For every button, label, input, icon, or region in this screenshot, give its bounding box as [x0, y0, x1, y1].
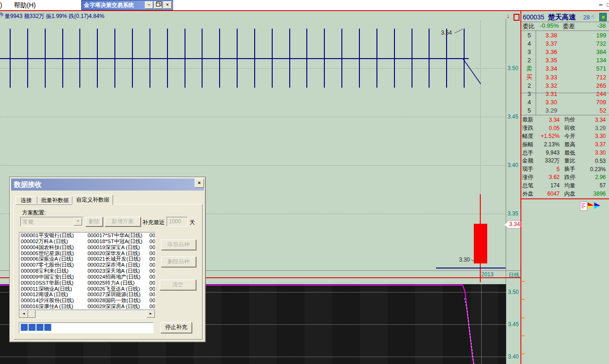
- red-rectangle-icon[interactable]: [513, 14, 519, 21]
- level-label: 5: [521, 32, 537, 39]
- stock-name: *ST中冠A(日线): [105, 239, 149, 245]
- hand-pointer-icon[interactable]: ☝: [591, 13, 595, 20]
- stock-listbox[interactable]: 000001平安银行(日线)000017*ST中华A(日线)000000002万…: [19, 232, 155, 310]
- level-price: 3.31: [537, 90, 566, 97]
- sub-yaxis-label: 3.50: [508, 289, 521, 295]
- restore-button[interactable]: [154, 1, 162, 9]
- stock-code-partial: 000: [149, 274, 155, 280]
- sub-yaxis-label: 3.45: [508, 321, 521, 328]
- progress-segment: [44, 324, 51, 331]
- floating-window-titlebar[interactable]: 金字塔决策交易系统 – ×: [81, 0, 173, 10]
- stock-code: 000011: [19, 286, 38, 292]
- clear-button[interactable]: 清空: [160, 280, 196, 290]
- close-button[interactable]: ×: [163, 1, 172, 9]
- tab-custom-fill[interactable]: 自定义补数据: [72, 195, 113, 205]
- detail-value: 5: [537, 166, 560, 173]
- menu-item-partial[interactable]: ): [0, 1, 5, 9]
- stock-code: 000010: [19, 280, 38, 286]
- remove-symbol-button[interactable]: 删除品种: [161, 257, 196, 267]
- stock-code[interactable]: 600035: [523, 13, 544, 21]
- stock-name: 深振业A (日线): [38, 256, 87, 262]
- window-title: 金字塔决策交易系统: [82, 1, 145, 9]
- level-price: 3.29: [537, 107, 566, 114]
- scroll-left-button[interactable]: ◄: [19, 310, 28, 318]
- blue-flag-icon[interactable]: [594, 203, 600, 209]
- dialog-close-button[interactable]: ×: [195, 179, 204, 188]
- stock-code: 000024: [88, 274, 105, 280]
- indicator-drop-line: [463, 285, 474, 364]
- quote-list-icon[interactable]: [580, 202, 587, 211]
- list-item[interactable]: 000008宝利来(日线)000023深天地A (日线)000: [19, 268, 155, 274]
- detail-row: 振幅2.13%最高3.37: [521, 140, 609, 149]
- order-book: 53.3819943.3773233.3638423.35134卖3.34571…: [521, 31, 609, 115]
- menu-item-help[interactable]: 帮助(H): [14, 1, 36, 10]
- bid-row: 23.32265: [521, 81, 609, 90]
- level-label: 3: [521, 90, 537, 97]
- combo-dropdown-button[interactable]: ▼: [74, 218, 82, 226]
- detail-value: 3.29: [581, 125, 609, 131]
- scrollbar-thumb[interactable]: [28, 310, 36, 318]
- list-item[interactable]: 000006深振业A (日线)000021长城开发(日线)000: [19, 256, 155, 262]
- red-down-arrow-icon[interactable]: ↓: [507, 12, 510, 19]
- orange-tick: [522, 335, 525, 336]
- stock-code: 000021: [88, 256, 105, 262]
- detail-row: 总笔174均量57: [521, 181, 609, 190]
- scroll-right-button[interactable]: ►: [146, 310, 155, 318]
- stock-code-partial: 000: [149, 233, 155, 239]
- stock-name: 深天地A (日线): [105, 268, 149, 274]
- detail-label: 跌停: [564, 173, 581, 181]
- list-item[interactable]: 000001平安银行(日线)000017*ST中华A(日线)000: [19, 233, 155, 239]
- stock-name: *ST中华A(日线): [105, 233, 149, 239]
- detail-label: 最高: [564, 141, 581, 149]
- stock-code-partial: 000: [149, 268, 155, 274]
- detail-label: 总手: [521, 149, 537, 157]
- detail-label: 前收: [564, 124, 581, 132]
- level-label: 2: [521, 57, 537, 64]
- new-scheme-button[interactable]: 新增方案: [105, 217, 141, 227]
- minimize-button[interactable]: –: [145, 1, 153, 9]
- detail-label: 振幅: [521, 141, 537, 149]
- bid-row: 买3.33712: [521, 73, 609, 81]
- list-item[interactable]: 000012南玻A (日线)000027深圳能源(日线)000: [19, 292, 155, 298]
- app-window: ) 帮助(H) – □ 金字塔决策交易系统 – × %量9943 额332万 振…: [0, 0, 609, 364]
- list-item[interactable]: 000014沙河股份(日线)000028国药一致(日线)000: [19, 298, 155, 304]
- stock-name: 招商地产(日线): [105, 274, 149, 280]
- red-flag-icon[interactable]: [588, 203, 594, 209]
- list-item[interactable]: 000004国农科技(日线)000019深深宝A (日线)000: [19, 245, 155, 251]
- add-symbol-button[interactable]: 添加品种: [161, 239, 196, 250]
- list-item[interactable]: 000002万科A (日线)000018*ST中冠A(日线)000: [19, 239, 155, 245]
- stock-name[interactable]: 楚天高速: [548, 13, 576, 22]
- stock-code-partial: 000: [149, 286, 155, 292]
- stock-name: SST华新(日线): [38, 280, 87, 286]
- detail-label: 幅度: [521, 132, 537, 140]
- delete-scheme-button[interactable]: 删除: [85, 217, 103, 227]
- yaxis-label: 3.50: [508, 65, 521, 72]
- level-qty: 134: [566, 57, 609, 64]
- list-item[interactable]: 000016深康佳A (日线)000029深深房A (日线)000: [19, 304, 155, 310]
- ask-row: 43.37732: [521, 39, 609, 48]
- scroll-up-button[interactable]: «: [599, 13, 607, 21]
- level-price: 3.34: [537, 65, 566, 72]
- stock-code: 000009: [19, 274, 38, 280]
- stock-name: 深圳能源(日线): [105, 292, 149, 298]
- detail-value: 2.13%: [537, 141, 560, 148]
- mdi-restore-icon[interactable]: □: [607, 1, 609, 8]
- mdi-minimize-icon[interactable]: –: [599, 0, 603, 8]
- list-item[interactable]: 000007零七股份(日线)000022深赤湾A (日线)000: [19, 262, 155, 268]
- scheme-config-label: 方案配置:: [22, 209, 46, 217]
- list-item[interactable]: 000005世纪星源(日线)000020深华发A (日线)000: [19, 251, 155, 257]
- scheme-value: 常规: [23, 218, 34, 226]
- detail-row: 幅度+1.52%今开3.30: [521, 132, 609, 141]
- list-item[interactable]: 000011深物业A(日线)000026飞亚达A (日线)000: [19, 286, 155, 292]
- list-item[interactable]: 000009中国宝安(日线)000024招商地产(日线)000: [19, 274, 155, 280]
- scheme-combobox[interactable]: 常规 ▼: [20, 217, 83, 227]
- stock-name: 宝利来(日线): [38, 268, 87, 274]
- stop-fill-button[interactable]: 停止补充: [161, 322, 192, 333]
- days-input[interactable]: 1000: [167, 217, 188, 227]
- stock-name: 深物业A(日线): [38, 286, 87, 292]
- horizontal-scrollbar[interactable]: ◄ ►: [19, 310, 155, 318]
- stock-code: 000019: [88, 245, 105, 251]
- level-label: 4: [521, 40, 537, 47]
- dialog-titlebar[interactable]: 数据接收: [11, 179, 204, 191]
- list-item[interactable]: 000010SST华新(日线)000025特力A (日线)000: [19, 280, 155, 286]
